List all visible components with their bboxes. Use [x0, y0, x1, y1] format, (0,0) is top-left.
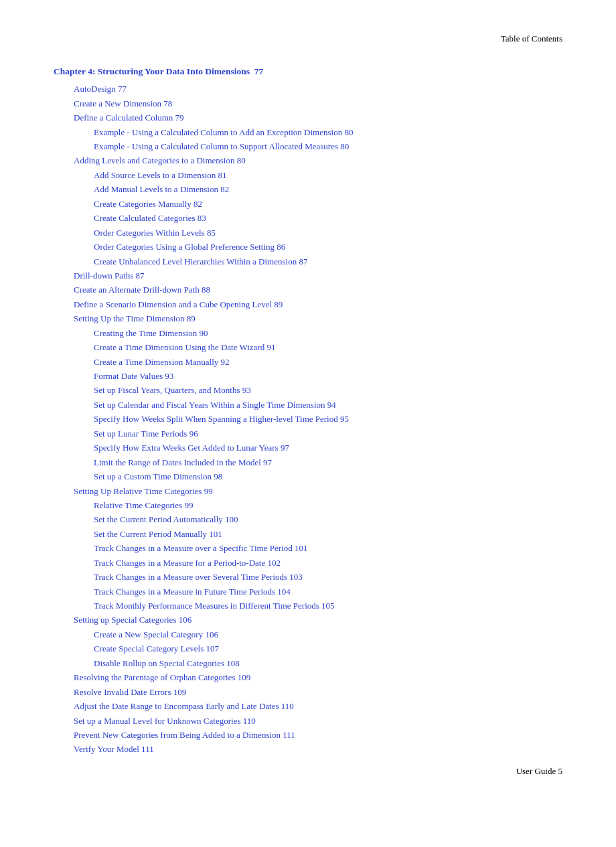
- toc-item-link[interactable]: Create a New Special Category 106: [94, 627, 562, 641]
- toc-item-link[interactable]: Create Unbalanced Level Hierarchies With…: [94, 254, 562, 268]
- toc-item: Track Monthly Performance Measures in Di…: [94, 599, 562, 613]
- toc-item-link[interactable]: Create Categories Manually 82: [94, 197, 562, 211]
- toc-item-link[interactable]: Track Changes in a Measure in Future Tim…: [94, 585, 562, 599]
- toc-item-link[interactable]: Create Calculated Categories 83: [94, 211, 562, 225]
- toc-item: Track Changes in a Measure over a Specif…: [94, 541, 562, 555]
- toc-item: Set up a Manual Level for Unknown Catego…: [74, 714, 562, 728]
- toc-item-link[interactable]: Create Special Category Levels 107: [94, 641, 562, 656]
- toc-item-link[interactable]: Set up a Custom Time Dimension 98: [94, 469, 562, 483]
- toc-item: Create Special Category Levels 107: [94, 641, 562, 656]
- toc-item-link[interactable]: Resolving the Parentage of Orphan Catego…: [74, 670, 562, 684]
- toc-item: Order Categories Within Levels 85: [94, 226, 562, 240]
- toc-item: Track Changes in a Measure over Several …: [94, 570, 562, 584]
- toc-item-link[interactable]: Adjust the Date Range to Encompass Early…: [74, 699, 562, 713]
- toc-item: Setting up Special Categories 106: [74, 613, 562, 627]
- toc-item: Drill-down Paths 87: [74, 268, 562, 283]
- toc-item-link[interactable]: Drill-down Paths 87: [74, 268, 562, 283]
- toc-item-link[interactable]: Add Manual Levels to a Dimension 82: [94, 182, 562, 196]
- toc-item: Define a Scenario Dimension and a Cube O…: [74, 297, 562, 311]
- toc-item: Create a New Special Category 106: [94, 627, 562, 641]
- toc-item-link[interactable]: Order Categories Within Levels 85: [94, 226, 562, 240]
- toc-item-link[interactable]: Disable Rollup on Special Categories 108: [94, 656, 562, 670]
- toc-item-link[interactable]: Order Categories Using a Global Preferen…: [94, 240, 562, 254]
- toc-item: Adding Levels and Categories to a Dimens…: [74, 153, 562, 167]
- toc-item-link[interactable]: Set the Current Period Automatically 100: [94, 512, 562, 526]
- toc-item: Creating the Time Dimension 90: [94, 326, 562, 340]
- toc-item: Adjust the Date Range to Encompass Early…: [74, 699, 562, 713]
- toc-item-link[interactable]: Resolve Invalid Date Errors 109: [74, 685, 562, 699]
- toc-item-link[interactable]: Track Changes in a Measure over Several …: [94, 570, 562, 584]
- toc-item: Create Unbalanced Level Hierarchies With…: [94, 254, 562, 268]
- toc-item: Create Categories Manually 82: [94, 197, 562, 211]
- toc-item: Create Calculated Categories 83: [94, 211, 562, 225]
- toc-item: AutoDesign 77: [74, 82, 562, 96]
- toc-item-link[interactable]: Specify How Extra Weeks Get Added to Lun…: [94, 441, 562, 455]
- toc-item-link[interactable]: AutoDesign 77: [74, 82, 562, 96]
- toc-item-link[interactable]: Verify Your Model 111: [74, 742, 562, 756]
- toc-item-link[interactable]: Adding Levels and Categories to a Dimens…: [74, 153, 562, 167]
- toc-item-link[interactable]: Create a Time Dimension Manually 92: [94, 355, 562, 369]
- toc-item: Track Changes in a Measure for a Period-…: [94, 556, 562, 570]
- toc-item: Set up a Custom Time Dimension 98: [94, 469, 562, 483]
- toc-item: Limit the Range of Dates Included in the…: [94, 455, 562, 469]
- toc-item-link[interactable]: Set up Fiscal Years, Quarters, and Month…: [94, 383, 562, 397]
- toc-item-link[interactable]: Setting Up the Time Dimension 89: [74, 311, 562, 325]
- toc-item: Set up Fiscal Years, Quarters, and Month…: [94, 383, 562, 397]
- toc-item-link[interactable]: Create an Alternate Drill-down Path 88: [74, 283, 562, 297]
- toc-item: Relative Time Categories 99: [94, 498, 562, 512]
- toc-item-link[interactable]: Create a New Dimension 78: [74, 96, 562, 110]
- toc-item-link[interactable]: Define a Scenario Dimension and a Cube O…: [74, 297, 562, 311]
- header-title: Table of Contents: [501, 33, 562, 44]
- toc-item: Setting Up Relative Time Categories 99: [74, 484, 562, 498]
- toc-item-link[interactable]: Limit the Range of Dates Included in the…: [94, 455, 562, 469]
- toc-item: Add Source Levels to a Dimension 81: [94, 168, 562, 182]
- toc-item-link[interactable]: Setting up Special Categories 106: [74, 613, 562, 627]
- chapter-label: Chapter 4: Structuring Your Data Into Di…: [54, 66, 250, 76]
- toc-item: Order Categories Using a Global Preferen…: [94, 240, 562, 254]
- toc-item-link[interactable]: Set up Calendar and Fiscal Years Within …: [94, 398, 562, 412]
- toc-item: Set the Current Period Manually 101: [94, 527, 562, 541]
- toc-item-link[interactable]: Set the Current Period Manually 101: [94, 527, 562, 541]
- toc-item: Create an Alternate Drill-down Path 88: [74, 283, 562, 297]
- toc-item: Format Date Values 93: [94, 369, 562, 383]
- toc-item: Setting Up the Time Dimension 89: [74, 311, 562, 325]
- toc-item-link[interactable]: Set up Lunar Time Periods 96: [94, 427, 562, 441]
- toc-item-link[interactable]: Creating the Time Dimension 90: [94, 326, 562, 340]
- toc-item: Track Changes in a Measure in Future Tim…: [94, 585, 562, 599]
- page-header: Table of Contents: [54, 33, 562, 44]
- toc-item: Specify How Extra Weeks Get Added to Lun…: [94, 441, 562, 455]
- footer-label: User Guide 5: [516, 766, 562, 776]
- toc-item-link[interactable]: Example - Using a Calculated Column to S…: [94, 139, 562, 153]
- toc-item-link[interactable]: Add Source Levels to a Dimension 81: [94, 168, 562, 182]
- toc-item: Disable Rollup on Special Categories 108: [94, 656, 562, 670]
- page-container: Table of Contents Chapter 4: Structuring…: [0, 0, 616, 797]
- toc-item: Example - Using a Calculated Column to S…: [94, 139, 562, 153]
- toc-item-link[interactable]: Define a Calculated Column 79: [74, 110, 562, 125]
- toc-item-link[interactable]: Create a Time Dimension Using the Date W…: [94, 340, 562, 354]
- toc-item-link[interactable]: Relative Time Categories 99: [94, 498, 562, 512]
- toc-item: Resolving the Parentage of Orphan Catego…: [74, 670, 562, 684]
- toc-item-link[interactable]: Format Date Values 93: [94, 369, 562, 383]
- toc-item-link[interactable]: Track Monthly Performance Measures in Di…: [94, 599, 562, 613]
- toc-content: Chapter 4: Structuring Your Data Into Di…: [54, 64, 562, 757]
- toc-item-link[interactable]: Example - Using a Calculated Column to A…: [94, 125, 562, 139]
- toc-item: Create a Time Dimension Using the Date W…: [94, 340, 562, 354]
- chapter-link[interactable]: Chapter 4: Structuring Your Data Into Di…: [54, 64, 562, 79]
- toc-item-link[interactable]: Track Changes in a Measure over a Specif…: [94, 541, 562, 555]
- toc-item-link[interactable]: Setting Up Relative Time Categories 99: [74, 484, 562, 498]
- toc-item: Prevent New Categories from Being Added …: [74, 728, 562, 742]
- toc-item-link[interactable]: Track Changes in a Measure for a Period-…: [94, 556, 562, 570]
- toc-item: Add Manual Levels to a Dimension 82: [94, 182, 562, 196]
- toc-item: Set up Lunar Time Periods 96: [94, 427, 562, 441]
- toc-item: Resolve Invalid Date Errors 109: [74, 685, 562, 699]
- toc-item: Create a Time Dimension Manually 92: [94, 355, 562, 369]
- toc-item: Set the Current Period Automatically 100: [94, 512, 562, 526]
- chapter-page: 77: [254, 66, 264, 76]
- page-footer: User Guide 5: [516, 766, 562, 777]
- toc-item-link[interactable]: Specify How Weeks Split When Spanning a …: [94, 412, 562, 426]
- toc-item-link[interactable]: Set up a Manual Level for Unknown Catego…: [74, 714, 562, 728]
- toc-item-link[interactable]: Prevent New Categories from Being Added …: [74, 728, 562, 742]
- toc-item: Verify Your Model 111: [74, 742, 562, 756]
- toc-item: Define a Calculated Column 79: [74, 110, 562, 125]
- chapter-heading[interactable]: Chapter 4: Structuring Your Data Into Di…: [54, 64, 562, 79]
